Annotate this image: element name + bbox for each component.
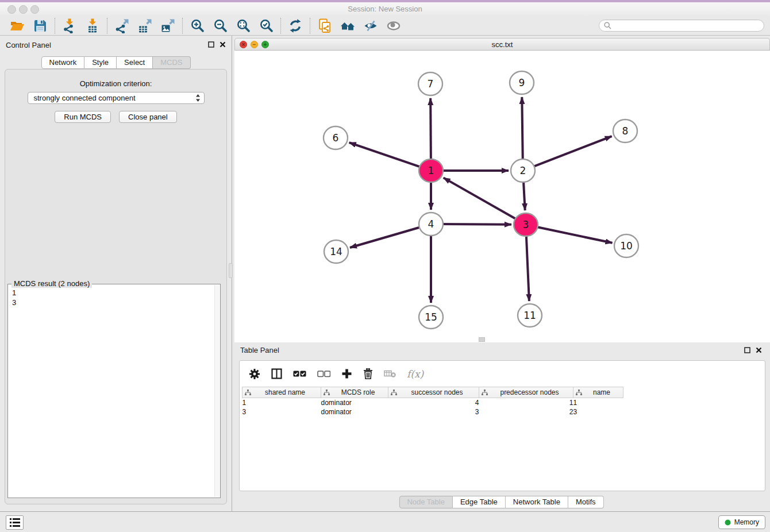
delete-row-button[interactable]: [363, 368, 373, 379]
column-header-predecessor-nodes[interactable]: predecessor nodes: [479, 387, 573, 398]
tab-node-table[interactable]: Node Table: [399, 496, 453, 508]
cell-shared-name[interactable]: 1: [242, 398, 321, 407]
cell-predecessor-nodes[interactable]: 1: [479, 398, 573, 407]
cell-predecessor-nodes[interactable]: 2: [479, 407, 573, 417]
graph-edge-4-14[interactable]: [350, 227, 422, 248]
network-graph[interactable]: 1234678910111415: [234, 51, 770, 342]
control-panel-buttons: [208, 41, 226, 48]
column-type-icon: [245, 390, 251, 396]
save-session-button[interactable]: [29, 17, 52, 34]
export-network-button[interactable]: [110, 17, 133, 34]
tab-motifs[interactable]: Motifs: [568, 496, 604, 508]
home-layout-button[interactable]: [336, 17, 359, 34]
columns-icon: [271, 368, 282, 379]
add-row-button[interactable]: [341, 368, 352, 379]
select-stepper-icon: [195, 94, 201, 102]
graph-edge-2-8[interactable]: [532, 136, 612, 167]
search-box[interactable]: [599, 20, 764, 32]
table-row[interactable]: 1 dominator 4 1 1: [242, 398, 623, 407]
deselect-all-button[interactable]: [317, 371, 330, 377]
select-all-button[interactable]: [293, 371, 306, 377]
cell-name[interactable]: 3: [573, 407, 623, 417]
open-session-button[interactable]: [6, 17, 29, 34]
cell-name[interactable]: 1: [573, 398, 623, 407]
close-panel-icon[interactable]: [756, 347, 762, 353]
open-folder-icon: [10, 18, 25, 33]
close-panel-icon[interactable]: [220, 41, 226, 48]
graph-edge-3-10[interactable]: [536, 227, 613, 243]
cell-mcds-role[interactable]: dominator: [321, 398, 388, 407]
network-title: scc.txt: [235, 40, 769, 49]
cell-successor-nodes[interactable]: 3: [388, 407, 479, 417]
clone-network-button[interactable]: [313, 17, 336, 34]
vertical-splitter-grabber[interactable]: [229, 263, 233, 278]
float-panel-icon[interactable]: [208, 41, 214, 48]
memory-status-button[interactable]: Memory: [718, 515, 765, 529]
show-columns-button[interactable]: [271, 368, 282, 379]
toolbar-separator: [280, 18, 281, 34]
column-header-successor-nodes[interactable]: successor nodes: [388, 387, 479, 398]
mcds-result-item[interactable]: 3: [12, 298, 220, 307]
export-table-icon: [137, 18, 152, 33]
run-mcds-button[interactable]: Run MCDS: [55, 111, 111, 123]
delete-table-icon: [384, 369, 396, 378]
tab-edge-table[interactable]: Edge Table: [453, 496, 506, 508]
tab-style[interactable]: Style: [84, 56, 117, 69]
tab-mcds[interactable]: MCDS: [153, 56, 190, 69]
search-icon: [604, 22, 611, 29]
main-toolbar: [0, 16, 770, 36]
show-graphics-button[interactable]: [382, 17, 405, 34]
toolbar-separator: [182, 18, 183, 34]
function-builder-button[interactable]: f(x): [407, 368, 424, 380]
cell-shared-name[interactable]: 3: [242, 407, 321, 417]
graph-node-label-2: 2: [520, 165, 526, 176]
zoom-fit-button[interactable]: [232, 17, 255, 34]
clone-network-icon: [317, 18, 332, 33]
column-header-name[interactable]: name: [573, 387, 623, 398]
graph-node-label-15: 15: [425, 311, 437, 323]
cell-mcds-role[interactable]: dominator: [321, 407, 388, 417]
task-history-button[interactable]: [6, 515, 24, 530]
hide-graphics-button[interactable]: [359, 17, 382, 34]
column-header-mcds-role[interactable]: MCDS role: [321, 387, 388, 398]
column-header-shared-name[interactable]: shared name: [242, 387, 321, 398]
float-panel-icon[interactable]: [744, 347, 750, 353]
graph-edge-3-1[interactable]: [444, 178, 518, 219]
table-row[interactable]: 3 dominator 3 2 3: [242, 407, 623, 417]
horizontal-splitter-grabber[interactable]: [479, 337, 485, 342]
graph-edge-4-3[interactable]: [441, 224, 511, 225]
zoom-in-button[interactable]: [186, 17, 209, 34]
zoom-selected-button[interactable]: [255, 17, 278, 34]
tab-select[interactable]: Select: [117, 56, 153, 69]
tab-network[interactable]: Network: [41, 56, 84, 69]
tab-network-table[interactable]: Network Table: [506, 496, 568, 508]
table-settings-button[interactable]: [249, 368, 260, 380]
graph-edge-1-6[interactable]: [349, 142, 422, 167]
network-canvas[interactable]: 1234678910111415: [234, 51, 770, 342]
export-table-button[interactable]: [133, 17, 156, 34]
zoom-out-button[interactable]: [209, 17, 232, 34]
graph-node-label-11: 11: [523, 310, 536, 321]
control-panel-title: Control Panel: [6, 41, 51, 49]
close-panel-button[interactable]: Close panel: [119, 111, 177, 123]
search-input[interactable]: [614, 22, 759, 30]
optimization-criterion-select[interactable]: strongly connected component: [28, 92, 205, 104]
result-scrollbar[interactable]: [214, 285, 220, 497]
application-window: Session: New Session: [0, 0, 770, 532]
cell-successor-nodes[interactable]: 4: [388, 398, 479, 407]
graph-edge-2-3[interactable]: [523, 180, 525, 210]
graph-edge-3-11[interactable]: [526, 234, 529, 301]
toolbar-separator: [310, 18, 310, 34]
network-window-titlebar[interactable]: × − + scc.txt: [234, 38, 770, 51]
graph-edge-2-9[interactable]: [522, 97, 522, 161]
import-network-button[interactable]: [58, 17, 81, 34]
export-image-icon: [160, 18, 175, 33]
mcds-result-item[interactable]: 1: [12, 288, 220, 298]
graph-edge-1-7[interactable]: [430, 98, 431, 161]
delete-table-button[interactable]: [384, 369, 396, 378]
memory-status-icon: [725, 519, 731, 526]
refresh-layout-button[interactable]: [284, 17, 307, 34]
graph-node-label-6: 6: [333, 132, 339, 144]
import-table-button[interactable]: [81, 17, 104, 34]
export-image-button[interactable]: [156, 17, 179, 34]
